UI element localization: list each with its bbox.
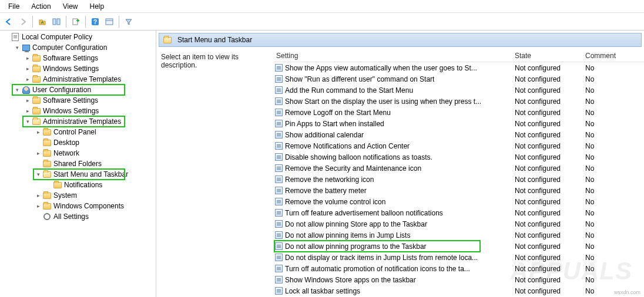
watermark-small: wsxdn.com	[614, 289, 640, 295]
setting-state: Not configured	[515, 231, 585, 239]
expander-open-icon[interactable]: ▾	[13, 45, 21, 50]
tree-item[interactable]: ▾Computer Configuration	[0, 42, 156, 53]
user-icon	[21, 85, 31, 95]
svg-rect-2	[73, 19, 78, 25]
setting-state: Not configured	[515, 75, 585, 83]
setting-icon	[275, 142, 283, 150]
expander-open-icon[interactable]: ▾	[34, 171, 42, 177]
setting-row[interactable]: Show "Run as different user" command on …	[274, 73, 644, 85]
expander-closed-icon[interactable]: ▸	[34, 203, 42, 209]
setting-cell: Show Windows Store apps on the taskbar	[274, 276, 515, 284]
expander-closed-icon[interactable]: ▸	[24, 108, 32, 114]
tree-item[interactable]: ▸Control Panel	[0, 127, 156, 137]
setting-row[interactable]: Turn off automatic promotion of notifica…	[274, 263, 644, 274]
expander-open-icon[interactable]: ▾	[24, 119, 32, 124]
tree-item-label: Desktop	[53, 139, 79, 147]
setting-cell: Show "Run as different user" command on …	[274, 75, 515, 83]
properties-button[interactable]	[103, 15, 116, 28]
setting-row[interactable]: Remove the Security and Maintenance icon…	[274, 163, 644, 174]
list-header[interactable]: Setting State Comment	[274, 49, 644, 62]
policy-icon	[11, 32, 20, 42]
setting-row[interactable]: Show Windows Store apps on the taskbarNo…	[274, 274, 644, 285]
tree-item-label: Windows Settings	[43, 107, 99, 115]
tree-item[interactable]: Local Computer Policy	[0, 32, 156, 42]
setting-row[interactable]: Remove Logoff on the Start MenuNot confi…	[274, 107, 644, 118]
expander-closed-icon[interactable]: ▸	[24, 76, 32, 82]
folder-icon	[42, 159, 52, 168]
setting-cell: Remove the networking icon	[274, 176, 515, 184]
tree-item[interactable]: ▾Administrative Templates	[0, 116, 156, 127]
menu-file[interactable]: File	[2, 1, 25, 12]
setting-name: Disable showing balloon notifications as…	[285, 153, 432, 161]
svg-rect-5	[106, 19, 113, 25]
setting-row[interactable]: Do not allow pinning Store app to the Ta…	[274, 218, 644, 230]
setting-name: Remove the volume control icon	[285, 198, 385, 206]
setting-row[interactable]: Show Start on the display the user is us…	[274, 96, 644, 107]
folder-icon	[32, 64, 41, 73]
expander-closed-icon[interactable]: ▸	[34, 129, 42, 135]
setting-row[interactable]: Pin Apps to Start when installedNot conf…	[274, 118, 644, 129]
setting-icon	[275, 287, 283, 295]
tree-item[interactable]: ▾User Configuration	[0, 85, 156, 95]
tree-item[interactable]: ▸Software Settings	[0, 95, 156, 106]
export-button[interactable]	[69, 15, 82, 28]
tree-item[interactable]: All Settings	[0, 211, 156, 222]
tree-item[interactable]: ▸Administrative Templates	[0, 74, 156, 85]
menu-action[interactable]: Action	[25, 1, 56, 12]
setting-row[interactable]: Show additional calendarNot configuredNo	[274, 129, 644, 140]
tree-item[interactable]: Shared Folders	[0, 158, 156, 169]
setting-row[interactable]: Remove the networking iconNot configured…	[274, 174, 644, 185]
col-comment[interactable]: Comment	[585, 52, 644, 60]
tree-item[interactable]: ▸Windows Settings	[0, 106, 156, 116]
setting-comment: No	[585, 187, 644, 195]
menu-view[interactable]: View	[57, 1, 84, 12]
expander-closed-icon[interactable]: ▸	[24, 66, 32, 72]
col-state[interactable]: State	[515, 52, 585, 60]
tree-item[interactable]: ▸Software Settings	[0, 53, 156, 63]
setting-state: Not configured	[515, 164, 585, 173]
setting-row[interactable]: Disable showing balloon notifications as…	[274, 151, 644, 163]
setting-row[interactable]: Remove the volume control iconNot config…	[274, 196, 644, 207]
setting-row[interactable]: Turn off feature advertisement balloon n…	[274, 207, 644, 218]
setting-comment: No	[585, 209, 644, 217]
up-button[interactable]	[36, 15, 49, 28]
expander-closed-icon[interactable]: ▸	[34, 193, 42, 198]
expander-closed-icon[interactable]: ▸	[34, 150, 42, 156]
tree-item[interactable]: ▸Windows Settings	[0, 63, 156, 74]
show-hide-button[interactable]	[50, 15, 63, 28]
setting-row[interactable]: Do not allow pinning programs to the Tas…	[274, 241, 644, 252]
tree-item-label: System	[53, 191, 77, 200]
setting-name: Do not allow pinning items in Jump Lists	[285, 231, 410, 239]
folder-header: Start Menu and Taskbar	[159, 33, 642, 47]
setting-row[interactable]: Show the Apps view automatically when th…	[274, 62, 644, 73]
setting-row[interactable]: Do not allow pinning items in Jump Lists…	[274, 230, 644, 241]
folder-icon	[32, 75, 41, 84]
setting-icon	[275, 120, 283, 127]
setting-row[interactable]: Add the Run command to the Start MenuNot…	[274, 85, 644, 96]
tree-item[interactable]: ▸Windows Components	[0, 201, 156, 211]
tree-item[interactable]: ▸System	[0, 190, 156, 201]
setting-row[interactable]: Lock all taskbar settingsNot configuredN…	[274, 285, 644, 296]
setting-row[interactable]: Do not display or track items in Jump Li…	[274, 252, 644, 263]
expander-open-icon[interactable]: ▾	[13, 87, 21, 93]
setting-row[interactable]: Remove Notifications and Action CenterNo…	[274, 140, 644, 151]
tree-item-label: Software Settings	[43, 96, 98, 104]
forward-button[interactable]	[16, 15, 29, 28]
tree-item[interactable]: Notifications	[0, 180, 156, 190]
tree-item[interactable]: ▾Start Menu and Taskbar	[0, 169, 156, 180]
tree-item[interactable]: Desktop	[0, 137, 156, 148]
setting-cell: Remove the volume control icon	[274, 198, 515, 206]
expander-closed-icon[interactable]: ▸	[24, 55, 32, 61]
expander-closed-icon[interactable]: ▸	[24, 97, 32, 103]
setting-state: Not configured	[515, 254, 585, 262]
tree-item[interactable]: ▸Network	[0, 148, 156, 158]
back-button[interactable]	[2, 15, 15, 28]
help-button[interactable]: ?	[89, 15, 102, 28]
setting-row[interactable]: Remove the battery meterNot configuredNo	[274, 185, 644, 196]
setting-cell: Add the Run command to the Start Menu	[274, 86, 515, 95]
filter-button[interactable]	[122, 15, 135, 28]
tree-pane[interactable]: Local Computer Policy▾Computer Configura…	[0, 31, 156, 297]
details-pane: Start Menu and Taskbar Select an item to…	[156, 31, 644, 297]
menu-help[interactable]: Help	[84, 1, 110, 12]
col-setting[interactable]: Setting	[274, 52, 515, 60]
